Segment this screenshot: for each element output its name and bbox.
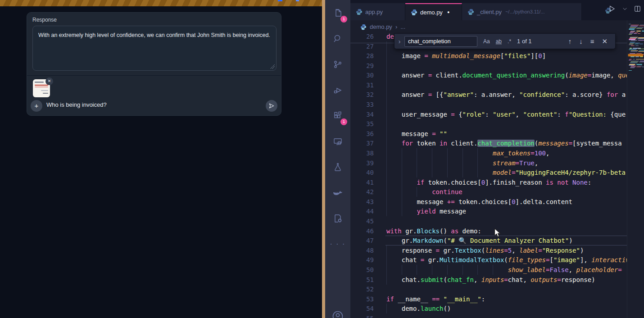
attachment-close-button[interactable]: ✕ <box>45 77 53 85</box>
add-file-button[interactable]: + <box>31 100 42 112</box>
send-icon <box>268 103 275 109</box>
vscode-window: 1 1 <box>325 0 644 318</box>
code-editor[interactable]: 26def chat_fn(multimodal_message):2728 i… <box>350 32 644 318</box>
code-line[interactable]: 46with gr.Blocks() as demo: <box>350 226 627 236</box>
extensions-icon[interactable]: 1 <box>325 103 350 128</box>
code-line[interactable]: 39 stream=True, <box>350 158 627 168</box>
run-debug-icon[interactable] <box>325 77 350 103</box>
python-file-icon <box>360 24 367 30</box>
line-number: 49 <box>350 255 374 265</box>
line-number: 34 <box>350 109 374 119</box>
line-number: 37 <box>350 138 374 148</box>
breadcrumb-tail[interactable]: ... <box>400 23 405 30</box>
code-line[interactable]: 44 yield message <box>350 206 627 216</box>
split-editor-icon[interactable] <box>634 5 641 13</box>
remote-explorer-icon[interactable] <box>325 128 350 154</box>
line-number: 53 <box>350 294 374 304</box>
tab-label: app.py <box>365 9 383 15</box>
code-line[interactable]: 52 <box>350 284 627 294</box>
code-line[interactable]: 47 gr.Markdown("# 🔍 Document Analyzer Ch… <box>350 236 627 245</box>
tab-label: demo.py <box>420 9 443 16</box>
code-line[interactable]: 53if __name__ == "__main__": <box>350 294 627 304</box>
line-number: 55 <box>350 313 374 318</box>
line-number: 31 <box>350 80 374 90</box>
code-line[interactable]: 38 max_tokens=100, <box>350 148 627 158</box>
line-number: 51 <box>350 275 374 285</box>
find-expand-toggle[interactable]: › <box>395 38 404 45</box>
browser-titlebar <box>0 0 322 6</box>
code-line[interactable]: 43 message += token.choices[0].delta.con… <box>350 197 627 207</box>
response-textarea[interactable]: With an extremely high level of confiden… <box>32 26 277 71</box>
modified-dot[interactable]: ● <box>447 10 449 14</box>
code-line[interactable]: 33 <box>350 100 627 109</box>
extensions-badge: 1 <box>340 118 347 125</box>
breadcrumb-file[interactable]: demo.py <box>370 23 392 30</box>
code-line[interactable]: 48 response = gr.Textbox(lines=5, label=… <box>350 245 627 255</box>
find-close-button[interactable]: ✕ <box>602 37 608 45</box>
code-line[interactable]: 35 <box>350 119 627 129</box>
response-section: Response With an extremely high level of… <box>27 13 281 75</box>
regex-button[interactable]: .* <box>508 38 511 45</box>
code-line[interactable]: 55 <box>350 313 627 318</box>
code-line[interactable]: 42 continue <box>350 187 627 197</box>
code-line[interactable]: 45 <box>350 216 627 226</box>
tab-client-py[interactable]: _client.py ~/.../python3.11/... <box>462 3 582 20</box>
editor-actions <box>608 5 641 13</box>
code-line[interactable]: 36 message = "" <box>350 129 627 139</box>
resize-handle[interactable] <box>270 64 275 69</box>
line-number: 41 <box>350 177 374 187</box>
tab-label: _client.py <box>477 9 502 15</box>
editor-region: app.py demo.py ● _client.py ~/.../python… <box>350 0 644 318</box>
match-case-button[interactable]: Aa <box>483 38 490 45</box>
whole-word-button[interactable]: ab <box>496 38 502 45</box>
code-runner-icon[interactable] <box>325 205 350 231</box>
run-file-icon[interactable] <box>608 5 616 13</box>
tab-demo-py[interactable]: demo.py ● <box>405 3 462 20</box>
find-in-selection-button[interactable]: ≡ <box>590 37 594 45</box>
testing-icon[interactable] <box>325 154 350 180</box>
docker-icon[interactable] <box>325 180 350 205</box>
chevron-down-icon[interactable] <box>622 6 628 12</box>
code-line[interactable]: 41 if token.choices[0].finish_reason is … <box>350 177 627 187</box>
line-number: 40 <box>350 168 374 177</box>
explorer-icon[interactable]: 1 <box>325 0 350 26</box>
code-line[interactable]: 40 model="HuggingFaceH4/zephyr-7b-beta <box>350 168 627 177</box>
line-number: 26 <box>350 32 374 41</box>
code-line[interactable]: 49 chat = gr.MultimodalTextbox(file_type… <box>350 255 627 265</box>
code-line[interactable]: 54 demo.launch() <box>350 304 627 313</box>
breadcrumb-separator: › <box>395 23 397 30</box>
line-number: 32 <box>350 90 374 100</box>
line-number: 52 <box>350 284 374 294</box>
find-widget: › Aa ab .* 1 of 1 ↑ ↓ ≡ ✕ <box>394 33 616 49</box>
line-number: 44 <box>350 206 374 216</box>
code-line[interactable]: 37 for token in client.chat_completion(m… <box>350 138 627 148</box>
line-number: 38 <box>350 148 374 158</box>
code-line[interactable]: 30 answer = client.document_question_ans… <box>350 70 627 80</box>
code-line[interactable]: 31 <box>350 80 627 90</box>
code-line[interactable]: 51 chat.submit(chat_fn, inputs=chat, out… <box>350 275 627 285</box>
account-icon[interactable] <box>325 307 350 318</box>
python-file-icon <box>411 9 417 16</box>
code-line[interactable]: 28 image = multimodal_message["files"][0… <box>350 51 627 61</box>
gradio-app-window: Response With an extremely high level of… <box>0 0 322 318</box>
line-number: 45 <box>350 216 374 226</box>
line-number: 47 <box>350 236 374 245</box>
python-file-icon <box>356 9 363 15</box>
more-actions-icon[interactable]: · · · <box>325 231 350 257</box>
activity-bar: 1 1 <box>325 0 350 318</box>
code-line[interactable]: 50 show_label=False, placeholder= <box>350 265 627 275</box>
tab-app-py[interactable]: app.py <box>350 3 405 20</box>
code-line[interactable]: 34 user_message = {"role": "user", "cont… <box>350 109 627 119</box>
search-icon[interactable] <box>325 26 350 51</box>
code-line[interactable]: 29 <box>350 61 627 71</box>
source-control-icon[interactable] <box>325 51 350 77</box>
find-next-button[interactable]: ↓ <box>579 37 583 45</box>
code-line[interactable]: 32 answer = [{"answer": a.answer, "confi… <box>350 90 627 100</box>
minimap[interactable] <box>627 20 644 318</box>
chat-input[interactable]: Who is being invoiced? <box>46 101 107 108</box>
line-number: 35 <box>350 119 374 129</box>
find-input[interactable] <box>404 36 477 47</box>
send-button[interactable] <box>266 100 277 112</box>
line-number: 46 <box>350 226 374 236</box>
find-previous-button[interactable]: ↑ <box>568 37 572 45</box>
